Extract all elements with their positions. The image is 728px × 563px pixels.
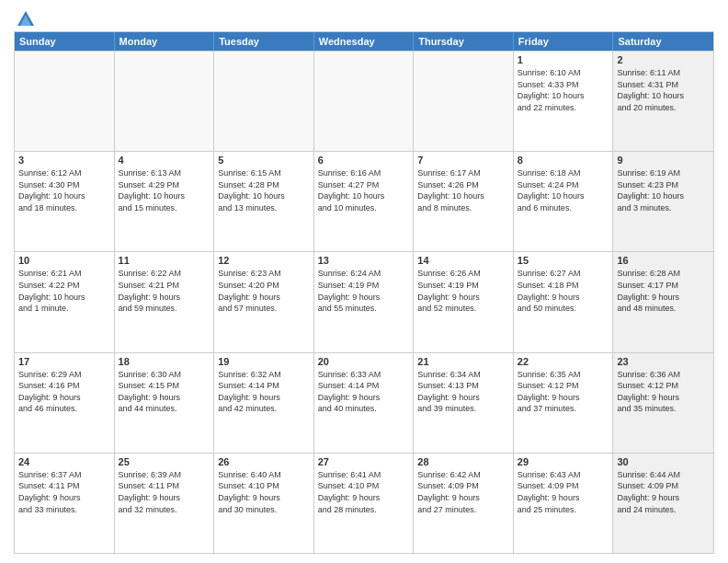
day-cell-13: 13Sunrise: 6:24 AM Sunset: 4:19 PM Dayli… (314, 252, 415, 351)
day-info: Sunrise: 6:15 AM Sunset: 4:28 PM Dayligh… (218, 167, 310, 213)
day-info: Sunrise: 6:27 AM Sunset: 4:18 PM Dayligh… (518, 268, 609, 314)
calendar: SundayMondayTuesdayWednesdayThursdayFrid… (14, 31, 714, 554)
day-info: Sunrise: 6:33 AM Sunset: 4:14 PM Dayligh… (318, 369, 410, 415)
day-number: 23 (617, 356, 710, 367)
day-info: Sunrise: 6:34 AM Sunset: 4:13 PM Dayligh… (417, 369, 509, 415)
day-number: 13 (318, 255, 410, 266)
header-day-thursday: Thursday (414, 32, 514, 51)
day-cell-6: 6Sunrise: 6:16 AM Sunset: 4:27 PM Daylig… (314, 152, 415, 251)
calendar-header: SundayMondayTuesdayWednesdayThursdayFrid… (15, 32, 713, 51)
day-cell-22: 22Sunrise: 6:35 AM Sunset: 4:12 PM Dayli… (514, 353, 614, 453)
header-day-tuesday: Tuesday (214, 32, 314, 51)
day-cell-28: 28Sunrise: 6:42 AM Sunset: 4:09 PM Dayli… (414, 454, 514, 553)
day-cell-30: 30Sunrise: 6:44 AM Sunset: 4:09 PM Dayli… (613, 454, 713, 553)
day-cell-26: 26Sunrise: 6:40 AM Sunset: 4:10 PM Dayli… (214, 454, 314, 553)
day-number: 25 (119, 456, 210, 467)
day-info: Sunrise: 6:18 AM Sunset: 4:24 PM Dayligh… (518, 167, 609, 213)
day-number: 6 (318, 155, 410, 166)
day-info: Sunrise: 6:26 AM Sunset: 4:19 PM Dayligh… (417, 268, 509, 314)
day-info: Sunrise: 6:41 AM Sunset: 4:10 PM Dayligh… (318, 469, 410, 515)
day-number: 7 (417, 155, 509, 166)
day-number: 12 (218, 255, 310, 266)
day-number: 8 (518, 155, 609, 166)
day-info: Sunrise: 6:17 AM Sunset: 4:26 PM Dayligh… (417, 167, 509, 213)
day-cell-18: 18Sunrise: 6:30 AM Sunset: 4:15 PM Dayli… (115, 353, 215, 453)
day-number: 16 (617, 255, 710, 266)
day-number: 15 (518, 255, 609, 266)
day-number: 1 (518, 54, 609, 65)
day-cell-12: 12Sunrise: 6:23 AM Sunset: 4:20 PM Dayli… (214, 252, 314, 351)
day-info: Sunrise: 6:39 AM Sunset: 4:11 PM Dayligh… (119, 469, 210, 515)
header-day-sunday: Sunday (15, 32, 115, 51)
day-number: 27 (318, 456, 410, 467)
day-number: 10 (18, 255, 110, 266)
day-cell-1: 1Sunrise: 6:10 AM Sunset: 4:33 PM Daylig… (514, 52, 614, 151)
day-cell-14: 14Sunrise: 6:26 AM Sunset: 4:19 PM Dayli… (414, 252, 514, 351)
calendar-row-3: 17Sunrise: 6:29 AM Sunset: 4:16 PM Dayli… (15, 352, 713, 453)
day-cell-5: 5Sunrise: 6:15 AM Sunset: 4:28 PM Daylig… (214, 152, 314, 251)
day-cell-4: 4Sunrise: 6:13 AM Sunset: 4:29 PM Daylig… (115, 152, 215, 251)
header-day-monday: Monday (115, 32, 215, 51)
day-info: Sunrise: 6:32 AM Sunset: 4:14 PM Dayligh… (218, 369, 310, 415)
header-day-wednesday: Wednesday (314, 32, 415, 51)
day-number: 22 (518, 356, 609, 367)
day-info: Sunrise: 6:12 AM Sunset: 4:30 PM Dayligh… (18, 167, 110, 213)
day-cell-8: 8Sunrise: 6:18 AM Sunset: 4:24 PM Daylig… (514, 152, 614, 251)
day-info: Sunrise: 6:22 AM Sunset: 4:21 PM Dayligh… (119, 268, 210, 314)
empty-cell-0-2 (214, 52, 314, 151)
day-cell-9: 9Sunrise: 6:19 AM Sunset: 4:23 PM Daylig… (613, 152, 713, 251)
day-info: Sunrise: 6:40 AM Sunset: 4:10 PM Dayligh… (218, 469, 310, 515)
day-info: Sunrise: 6:10 AM Sunset: 4:33 PM Dayligh… (518, 67, 609, 113)
calendar-row-1: 3Sunrise: 6:12 AM Sunset: 4:30 PM Daylig… (15, 151, 713, 251)
header-day-saturday: Saturday (613, 32, 713, 51)
day-number: 5 (218, 155, 310, 166)
empty-cell-0-0 (15, 52, 115, 151)
day-number: 19 (218, 356, 310, 367)
header-day-friday: Friday (514, 32, 614, 51)
day-cell-21: 21Sunrise: 6:34 AM Sunset: 4:13 PM Dayli… (414, 353, 514, 453)
day-info: Sunrise: 6:43 AM Sunset: 4:09 PM Dayligh… (518, 469, 609, 515)
empty-cell-0-4 (414, 52, 514, 151)
day-info: Sunrise: 6:13 AM Sunset: 4:29 PM Dayligh… (119, 167, 210, 213)
empty-cell-0-1 (115, 52, 215, 151)
calendar-row-4: 24Sunrise: 6:37 AM Sunset: 4:11 PM Dayli… (15, 453, 713, 553)
day-cell-16: 16Sunrise: 6:28 AM Sunset: 4:17 PM Dayli… (613, 252, 713, 351)
day-cell-7: 7Sunrise: 6:17 AM Sunset: 4:26 PM Daylig… (414, 152, 514, 251)
day-info: Sunrise: 6:28 AM Sunset: 4:17 PM Dayligh… (617, 268, 710, 314)
day-cell-25: 25Sunrise: 6:39 AM Sunset: 4:11 PM Dayli… (115, 454, 215, 553)
calendar-row-0: 1Sunrise: 6:10 AM Sunset: 4:33 PM Daylig… (15, 51, 713, 151)
day-cell-20: 20Sunrise: 6:33 AM Sunset: 4:14 PM Dayli… (314, 353, 415, 453)
day-cell-11: 11Sunrise: 6:22 AM Sunset: 4:21 PM Dayli… (115, 252, 215, 351)
header (14, 9, 714, 26)
day-info: Sunrise: 6:16 AM Sunset: 4:27 PM Dayligh… (318, 167, 410, 213)
day-info: Sunrise: 6:36 AM Sunset: 4:12 PM Dayligh… (617, 369, 710, 415)
day-info: Sunrise: 6:11 AM Sunset: 4:31 PM Dayligh… (617, 67, 710, 113)
day-number: 24 (18, 456, 110, 467)
day-number: 21 (417, 356, 509, 367)
day-number: 18 (119, 356, 210, 367)
day-number: 3 (18, 155, 110, 166)
logo-icon (16, 9, 36, 29)
day-cell-3: 3Sunrise: 6:12 AM Sunset: 4:30 PM Daylig… (15, 152, 115, 251)
day-info: Sunrise: 6:19 AM Sunset: 4:23 PM Dayligh… (617, 167, 710, 213)
day-number: 2 (617, 54, 710, 65)
day-number: 17 (18, 356, 110, 367)
day-cell-19: 19Sunrise: 6:32 AM Sunset: 4:14 PM Dayli… (214, 353, 314, 453)
day-number: 29 (518, 456, 609, 467)
day-number: 9 (617, 155, 710, 166)
day-info: Sunrise: 6:24 AM Sunset: 4:19 PM Dayligh… (318, 268, 410, 314)
logo (14, 9, 36, 26)
day-cell-24: 24Sunrise: 6:37 AM Sunset: 4:11 PM Dayli… (15, 454, 115, 553)
day-number: 4 (119, 155, 210, 166)
day-info: Sunrise: 6:21 AM Sunset: 4:22 PM Dayligh… (18, 268, 110, 314)
empty-cell-0-3 (314, 52, 415, 151)
day-number: 28 (417, 456, 509, 467)
day-cell-10: 10Sunrise: 6:21 AM Sunset: 4:22 PM Dayli… (15, 252, 115, 351)
calendar-body: 1Sunrise: 6:10 AM Sunset: 4:33 PM Daylig… (15, 51, 713, 553)
day-cell-15: 15Sunrise: 6:27 AM Sunset: 4:18 PM Dayli… (514, 252, 614, 351)
day-number: 14 (417, 255, 509, 266)
day-cell-2: 2Sunrise: 6:11 AM Sunset: 4:31 PM Daylig… (613, 52, 713, 151)
day-number: 20 (318, 356, 410, 367)
page: SundayMondayTuesdayWednesdayThursdayFrid… (0, 0, 728, 563)
day-info: Sunrise: 6:44 AM Sunset: 4:09 PM Dayligh… (617, 469, 710, 515)
